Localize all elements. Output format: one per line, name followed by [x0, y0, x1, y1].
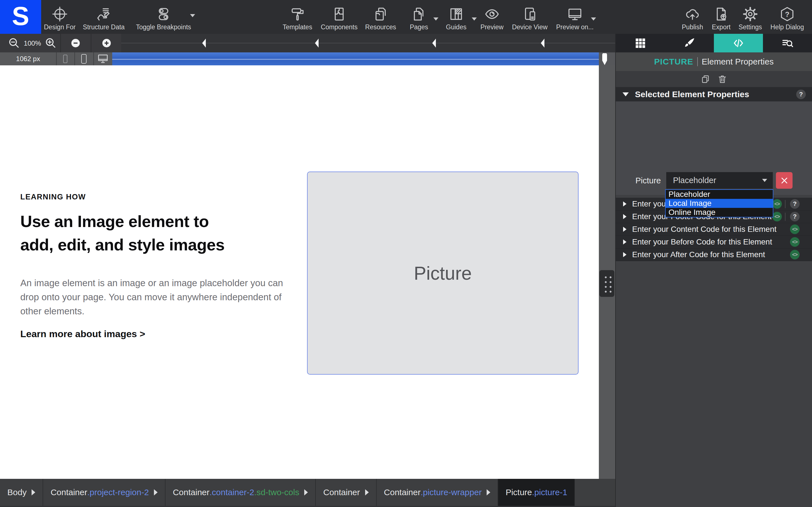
- dropdown-option-online-image[interactable]: Online Image: [666, 208, 773, 217]
- preview-on-caret-icon[interactable]: [591, 17, 596, 20]
- toggle-breakpoints-caret-icon[interactable]: [190, 14, 195, 17]
- body-paragraph[interactable]: An image element is an image or an image…: [20, 276, 288, 318]
- code-icon: [732, 37, 745, 50]
- head-code-help-button[interactable]: ?: [790, 199, 800, 209]
- footer-code-help-button[interactable]: ?: [790, 212, 800, 221]
- before-code-row[interactable]: Enter your Before Code for this Element …: [616, 236, 812, 248]
- breadcrumb-class: .sd-two-cols: [254, 488, 299, 497]
- head-code-icon[interactable]: <>: [772, 199, 782, 209]
- pages-button[interactable]: Pages: [401, 0, 437, 34]
- structure-data-button[interactable]: Structure Data: [82, 0, 126, 34]
- duplicate-icon[interactable]: [701, 74, 710, 84]
- structure-data-label: Structure Data: [83, 23, 124, 31]
- templates-button[interactable]: Templates: [278, 0, 317, 34]
- puzzle-icon: [331, 6, 347, 22]
- breadcrumb-body[interactable]: Body: [0, 479, 43, 506]
- content-code-icon[interactable]: <>: [790, 224, 800, 234]
- expand-triangle-icon: [623, 214, 626, 219]
- phone-button[interactable]: [74, 54, 93, 64]
- help-dialog-label: Help Dialog: [770, 23, 804, 31]
- export-doc-icon: [713, 6, 729, 22]
- design-for-button[interactable]: Design For: [38, 0, 82, 34]
- before-code-icon[interactable]: <>: [790, 237, 800, 247]
- breadcrumb-text: Body: [7, 488, 27, 497]
- zoom-level: 100%: [21, 40, 43, 47]
- dropdown-option-placeholder[interactable]: Placeholder: [666, 190, 773, 199]
- divider: [785, 200, 785, 208]
- settings-button[interactable]: Settings: [736, 0, 764, 34]
- after-code-label: Enter your After Code for this Element: [632, 250, 765, 259]
- picture-source-select[interactable]: Placeholder: [666, 172, 773, 189]
- section-title: Selected Element Properties: [635, 90, 749, 99]
- breadcrumb-project-region[interactable]: Container.project-region-2: [43, 479, 165, 506]
- content-code-row[interactable]: Enter your Content Code for this Element…: [616, 223, 812, 236]
- desktop-button[interactable]: [93, 54, 112, 64]
- picture-placeholder-element[interactable]: Picture: [307, 172, 578, 375]
- dropdown-option-local-image[interactable]: Local Image: [666, 199, 773, 208]
- decrease-button[interactable]: [71, 39, 80, 47]
- ruler-gap: [599, 52, 615, 65]
- breakpoint-marker[interactable]: [202, 39, 206, 48]
- remove-picture-button[interactable]: [776, 172, 793, 189]
- preview-button[interactable]: Preview: [474, 0, 510, 34]
- publish-button[interactable]: Publish: [675, 0, 709, 34]
- tab-code[interactable]: [714, 34, 763, 52]
- help-dialog-button[interactable]: ? Help Dialog: [766, 0, 808, 34]
- page-width-ruler[interactable]: [112, 52, 599, 65]
- breadcrumb-arrow-icon: [487, 489, 490, 496]
- breadcrumb-arrow-icon: [32, 489, 35, 496]
- breadcrumb-picture-selected[interactable]: Picture.picture-1: [498, 479, 574, 506]
- selected-element-properties-section[interactable]: Selected Element Properties ?: [616, 87, 812, 101]
- breadcrumb-id: .project-region-2: [87, 488, 149, 497]
- breakpoint-marker[interactable]: [541, 39, 545, 48]
- tab-layout-grid[interactable]: [616, 34, 665, 52]
- export-button[interactable]: Export: [707, 0, 735, 34]
- picture-field-label: Picture: [616, 176, 661, 185]
- breadcrumb-arrow-icon: [304, 489, 308, 496]
- page-heading[interactable]: Use an Image element to add, edit, and s…: [20, 210, 225, 256]
- breadcrumb-container[interactable]: Container: [316, 479, 376, 506]
- zoom-out-icon[interactable]: [8, 37, 20, 49]
- page-canvas: LEARNING HOW Use an Image element to add…: [0, 65, 599, 479]
- breakpoint-marker[interactable]: [432, 39, 436, 48]
- toggle-breakpoints-label: Toggle Breakpoints: [136, 23, 191, 31]
- resources-label: Resources: [365, 23, 396, 31]
- footer-code-icon[interactable]: <>: [772, 212, 782, 221]
- guides-button[interactable]: Guides: [438, 0, 474, 34]
- preview-on-button[interactable]: Preview on...: [551, 0, 599, 34]
- phone-small-button[interactable]: [56, 55, 74, 63]
- breakpoint-marker[interactable]: [315, 39, 319, 48]
- zoom-in-icon[interactable]: [45, 37, 57, 49]
- picture-placeholder-label: Picture: [414, 263, 472, 284]
- divider: [56, 52, 57, 65]
- element-properties-header: PICTURE Element Properties: [616, 52, 812, 71]
- tab-find[interactable]: [763, 34, 812, 52]
- trash-icon[interactable]: [718, 74, 727, 84]
- canvas-drag-handle[interactable]: [599, 270, 614, 297]
- breadcrumb-two-cols[interactable]: Container.container-2.sd-two-cols: [165, 479, 316, 506]
- breadcrumb-picture-wrapper[interactable]: Container.picture-wrapper: [377, 479, 499, 506]
- preview-on-label: Preview on...: [556, 23, 594, 31]
- divider: [93, 52, 94, 65]
- components-button[interactable]: Components: [319, 0, 359, 34]
- cloud-upload-icon: [684, 6, 700, 22]
- divider: [697, 57, 698, 66]
- device-view-button[interactable]: Device View: [509, 0, 551, 34]
- toggle-breakpoints-button[interactable]: Toggle Breakpoints: [133, 0, 195, 34]
- publish-label: Publish: [682, 23, 703, 31]
- after-code-icon[interactable]: <>: [790, 250, 800, 260]
- after-code-row[interactable]: Enter your After Code for this Element <…: [616, 248, 812, 261]
- section-help-button[interactable]: ?: [796, 90, 806, 99]
- pages-label: Pages: [410, 23, 428, 31]
- toggles-icon: [156, 6, 171, 22]
- resources-button[interactable]: Resources: [361, 0, 400, 34]
- picture-source-dropdown-list: Placeholder Local Image Online Image: [665, 189, 773, 217]
- learn-more-link[interactable]: Learn more about images >: [20, 328, 145, 339]
- tab-style[interactable]: [665, 34, 714, 52]
- increase-button[interactable]: [102, 39, 111, 47]
- eyebrow-text[interactable]: LEARNING HOW: [20, 193, 86, 202]
- help-hexagon-icon: ?: [779, 6, 795, 22]
- expand-triangle-icon: [623, 202, 626, 207]
- app-logo[interactable]: S: [0, 0, 41, 34]
- phone-small-icon: [63, 55, 67, 63]
